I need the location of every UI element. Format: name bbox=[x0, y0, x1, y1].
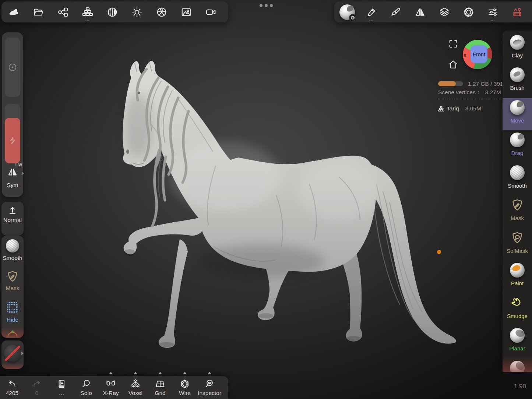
background-button[interactable] bbox=[178, 4, 195, 21]
voxel-cubes-icon bbox=[130, 378, 141, 389]
tool-sidebar: Clay Brush Move Drag Smooth Mask bbox=[503, 31, 532, 372]
lighting-button[interactable] bbox=[128, 4, 145, 21]
gizmo-front-face[interactable]: Front bbox=[471, 45, 487, 63]
falloff-normal-panel[interactable]: Normal bbox=[1, 202, 24, 236]
sliders-icon bbox=[487, 7, 498, 18]
radius-slider[interactable] bbox=[5, 38, 20, 97]
redo-button[interactable]: 0 bbox=[28, 378, 45, 396]
dot-icon bbox=[270, 4, 273, 7]
grid-toggle[interactable]: Grid bbox=[152, 378, 169, 396]
interface-button[interactable]: … bbox=[485, 4, 501, 21]
intensity-slider[interactable] bbox=[5, 104, 20, 163]
panel-scroll-fade bbox=[1, 327, 24, 338]
tool-label: Move bbox=[503, 117, 532, 124]
active-tool-sphere-icon bbox=[339, 4, 355, 20]
active-tool-preview-button[interactable] bbox=[339, 4, 356, 21]
expand-arrow-icon[interactable] bbox=[22, 172, 24, 175]
tool-smooth[interactable]: Smooth bbox=[503, 163, 532, 195]
files-button[interactable] bbox=[30, 4, 47, 21]
grid-caret-icon[interactable] bbox=[158, 372, 162, 374]
tool-label: Smooth bbox=[503, 183, 532, 189]
quick-mask-label: Mask bbox=[1, 285, 24, 292]
symmetry-toggle[interactable]: L/W Sym bbox=[2, 162, 23, 195]
scene-graph-button[interactable] bbox=[54, 4, 71, 21]
quick-hide-button[interactable]: Hide bbox=[1, 302, 24, 314]
tool-label: Brush bbox=[503, 85, 532, 91]
tool-clay[interactable]: Clay bbox=[503, 33, 532, 65]
matcap-sphere-icon bbox=[107, 7, 118, 18]
topology-more: … bbox=[79, 18, 96, 21]
tool-planar[interactable]: Planar bbox=[503, 326, 532, 358]
settings-button[interactable] bbox=[460, 4, 477, 21]
xray-toggle[interactable]: X-Ray bbox=[102, 378, 119, 396]
paint-sphere-icon bbox=[510, 263, 525, 278]
scene-vertices-row: Scene vertices： 3.27M bbox=[438, 89, 501, 96]
undo-arrow-icon bbox=[7, 378, 17, 389]
circle-dot-icon bbox=[8, 63, 17, 72]
tool-label: Drag bbox=[503, 150, 532, 156]
magnifier-eye-icon bbox=[204, 378, 215, 389]
mirror-symmetry-icon bbox=[415, 7, 426, 18]
postprocess-button[interactable] bbox=[153, 4, 170, 21]
tool-drag[interactable]: Drag bbox=[503, 130, 532, 163]
layer-pyramid-icon bbox=[438, 106, 444, 112]
tool-label: SelMask bbox=[503, 248, 532, 254]
inspector-caret-icon[interactable] bbox=[208, 372, 211, 374]
dot-icon bbox=[260, 4, 263, 7]
selected-object-row[interactable]: Tariq · 3.05M bbox=[438, 105, 481, 112]
xray-caret-icon[interactable] bbox=[109, 372, 113, 374]
material-button[interactable] bbox=[104, 4, 121, 21]
redo-count: 0 bbox=[35, 390, 39, 396]
scene-vertices-label: Scene vertices： bbox=[438, 89, 481, 95]
quick-mask-button[interactable]: Mask bbox=[1, 270, 24, 284]
orientation-gizmo[interactable]: Front ft bbox=[463, 40, 492, 69]
scene-vertices-value: 3.27M bbox=[485, 89, 501, 95]
tool-mask[interactable]: Mask bbox=[503, 195, 532, 228]
app-menu-button[interactable] bbox=[5, 4, 22, 21]
memory-usage-fill bbox=[438, 81, 456, 86]
toolbox-icon bbox=[512, 7, 523, 18]
window-drag-handle[interactable] bbox=[257, 3, 275, 8]
symmetry-button[interactable] bbox=[412, 4, 429, 21]
intensity-slider-fill bbox=[5, 118, 20, 163]
tool-move-selected[interactable]: Move bbox=[503, 98, 532, 130]
topology-button[interactable]: … bbox=[79, 4, 96, 21]
redo-arrow-icon bbox=[32, 378, 42, 389]
camera-button[interactable] bbox=[202, 4, 219, 21]
horse-sculpture[interactable] bbox=[103, 55, 468, 350]
solo-toggle[interactable]: Solo bbox=[78, 378, 95, 396]
nomad-logo-icon bbox=[8, 7, 19, 18]
layers-button[interactable] bbox=[436, 4, 453, 21]
undo-count: 4205 bbox=[6, 390, 18, 396]
quick-smooth-button[interactable]: Smooth bbox=[1, 239, 24, 254]
shield-pencil-icon bbox=[511, 198, 524, 213]
wire-toggle[interactable]: Wire bbox=[176, 378, 193, 396]
brush-sliders-panel: L/W Sym bbox=[2, 32, 23, 197]
history-notes-button[interactable]: … bbox=[53, 378, 70, 396]
voxel-toggle[interactable]: Voxel bbox=[127, 378, 144, 396]
tool-selmask[interactable]: SelMask bbox=[503, 228, 532, 261]
toolbox-button[interactable] bbox=[509, 4, 526, 21]
fullscreen-button[interactable] bbox=[448, 39, 458, 50]
expand-arrow-icon[interactable] bbox=[21, 352, 24, 355]
tool-paint[interactable]: Paint bbox=[503, 261, 532, 293]
no-material-panel[interactable] bbox=[1, 340, 24, 369]
inspector-toggle[interactable]: Inspector bbox=[201, 378, 218, 396]
gear-badge-icon bbox=[349, 14, 356, 21]
wire-caret-icon[interactable] bbox=[183, 372, 187, 374]
tool-brush[interactable]: Brush bbox=[503, 65, 532, 98]
tool-smudge[interactable]: Smudge bbox=[503, 293, 532, 326]
smudge-finger-icon bbox=[511, 296, 524, 311]
wireframe-hexagon-icon bbox=[180, 378, 190, 389]
paint-brush-icon bbox=[390, 7, 401, 18]
stroke-more: … bbox=[363, 18, 380, 21]
video-camera-icon bbox=[205, 7, 216, 18]
object-vertex-count: 3.05M bbox=[465, 105, 481, 112]
undo-button[interactable]: 4205 bbox=[4, 378, 21, 396]
object-name: Tariq bbox=[447, 105, 459, 112]
home-view-button[interactable] bbox=[448, 59, 459, 71]
voxel-caret-icon[interactable] bbox=[134, 372, 137, 374]
stroke-button[interactable]: … bbox=[363, 4, 380, 21]
gizmo-left-face[interactable]: ft bbox=[464, 53, 466, 57]
painting-button[interactable] bbox=[387, 4, 404, 21]
